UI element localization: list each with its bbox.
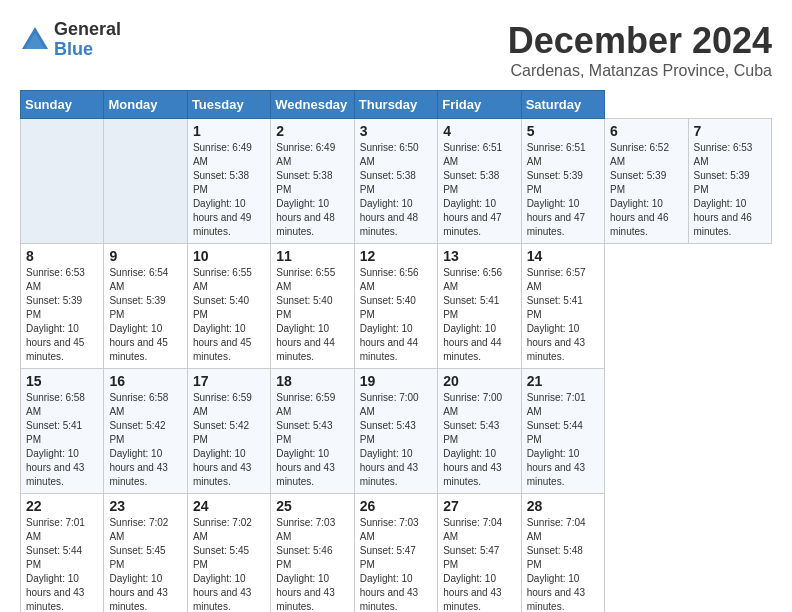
day-number: 10 (193, 248, 265, 264)
calendar-day: 13Sunrise: 6:56 AMSunset: 5:41 PMDayligh… (438, 244, 521, 369)
header-day-saturday: Saturday (521, 91, 604, 119)
day-number: 19 (360, 373, 432, 389)
day-number: 4 (443, 123, 515, 139)
logo-blue-text: Blue (54, 40, 121, 60)
day-number: 23 (109, 498, 181, 514)
day-info: Sunrise: 6:51 AMSunset: 5:38 PMDaylight:… (443, 142, 502, 237)
day-info: Sunrise: 7:00 AMSunset: 5:43 PMDaylight:… (360, 392, 419, 487)
day-info: Sunrise: 6:58 AMSunset: 5:42 PMDaylight:… (109, 392, 168, 487)
calendar-day: 17Sunrise: 6:59 AMSunset: 5:42 PMDayligh… (187, 369, 270, 494)
day-number: 14 (527, 248, 599, 264)
location-title: Cardenas, Matanzas Province, Cuba (508, 62, 772, 80)
day-number: 1 (193, 123, 265, 139)
day-info: Sunrise: 7:03 AMSunset: 5:47 PMDaylight:… (360, 517, 419, 612)
day-number: 12 (360, 248, 432, 264)
calendar-day: 2Sunrise: 6:49 AMSunset: 5:38 PMDaylight… (271, 119, 354, 244)
calendar-day: 20Sunrise: 7:00 AMSunset: 5:43 PMDayligh… (438, 369, 521, 494)
header-day-tuesday: Tuesday (187, 91, 270, 119)
day-info: Sunrise: 6:55 AMSunset: 5:40 PMDaylight:… (276, 267, 335, 362)
header-day-sunday: Sunday (21, 91, 104, 119)
day-info: Sunrise: 6:55 AMSunset: 5:40 PMDaylight:… (193, 267, 252, 362)
calendar-day: 6Sunrise: 6:52 AMSunset: 5:39 PMDaylight… (605, 119, 688, 244)
calendar-day: 19Sunrise: 7:00 AMSunset: 5:43 PMDayligh… (354, 369, 437, 494)
day-info: Sunrise: 6:59 AMSunset: 5:43 PMDaylight:… (276, 392, 335, 487)
calendar-day: 28Sunrise: 7:04 AMSunset: 5:48 PMDayligh… (521, 494, 604, 613)
calendar-day: 25Sunrise: 7:03 AMSunset: 5:46 PMDayligh… (271, 494, 354, 613)
calendar-week-2: 8Sunrise: 6:53 AMSunset: 5:39 PMDaylight… (21, 244, 772, 369)
day-number: 11 (276, 248, 348, 264)
day-info: Sunrise: 7:02 AMSunset: 5:45 PMDaylight:… (193, 517, 252, 612)
logo-icon (20, 25, 50, 55)
day-info: Sunrise: 7:04 AMSunset: 5:47 PMDaylight:… (443, 517, 502, 612)
day-number: 9 (109, 248, 181, 264)
calendar-day: 22Sunrise: 7:01 AMSunset: 5:44 PMDayligh… (21, 494, 104, 613)
header-row: SundayMondayTuesdayWednesdayThursdayFrid… (21, 91, 772, 119)
day-number: 25 (276, 498, 348, 514)
day-info: Sunrise: 6:58 AMSunset: 5:41 PMDaylight:… (26, 392, 85, 487)
month-title: December 2024 (508, 20, 772, 62)
day-info: Sunrise: 6:49 AMSunset: 5:38 PMDaylight:… (276, 142, 335, 237)
day-number: 17 (193, 373, 265, 389)
calendar-week-3: 15Sunrise: 6:58 AMSunset: 5:41 PMDayligh… (21, 369, 772, 494)
day-info: Sunrise: 7:01 AMSunset: 5:44 PMDaylight:… (26, 517, 85, 612)
calendar-day: 21Sunrise: 7:01 AMSunset: 5:44 PMDayligh… (521, 369, 604, 494)
day-info: Sunrise: 6:50 AMSunset: 5:38 PMDaylight:… (360, 142, 419, 237)
day-number: 24 (193, 498, 265, 514)
day-number: 20 (443, 373, 515, 389)
header-day-friday: Friday (438, 91, 521, 119)
day-info: Sunrise: 6:52 AMSunset: 5:39 PMDaylight:… (610, 142, 669, 237)
day-info: Sunrise: 6:53 AMSunset: 5:39 PMDaylight:… (694, 142, 753, 237)
calendar-day: 15Sunrise: 6:58 AMSunset: 5:41 PMDayligh… (21, 369, 104, 494)
calendar-day: 9Sunrise: 6:54 AMSunset: 5:39 PMDaylight… (104, 244, 187, 369)
day-number: 2 (276, 123, 348, 139)
day-number: 16 (109, 373, 181, 389)
calendar-day: 27Sunrise: 7:04 AMSunset: 5:47 PMDayligh… (438, 494, 521, 613)
calendar-day: 24Sunrise: 7:02 AMSunset: 5:45 PMDayligh… (187, 494, 270, 613)
calendar-day: 18Sunrise: 6:59 AMSunset: 5:43 PMDayligh… (271, 369, 354, 494)
calendar-table: SundayMondayTuesdayWednesdayThursdayFrid… (20, 90, 772, 612)
calendar-day: 12Sunrise: 6:56 AMSunset: 5:40 PMDayligh… (354, 244, 437, 369)
calendar-body: 1Sunrise: 6:49 AMSunset: 5:38 PMDaylight… (21, 119, 772, 613)
logo: General Blue (20, 20, 121, 60)
day-number: 8 (26, 248, 98, 264)
day-info: Sunrise: 7:03 AMSunset: 5:46 PMDaylight:… (276, 517, 335, 612)
day-number: 13 (443, 248, 515, 264)
day-number: 21 (527, 373, 599, 389)
calendar-week-1: 1Sunrise: 6:49 AMSunset: 5:38 PMDaylight… (21, 119, 772, 244)
day-info: Sunrise: 7:00 AMSunset: 5:43 PMDaylight:… (443, 392, 502, 487)
day-number: 26 (360, 498, 432, 514)
page-header: General Blue December 2024 Cardenas, Mat… (20, 20, 772, 80)
day-number: 27 (443, 498, 515, 514)
calendar-day: 7Sunrise: 6:53 AMSunset: 5:39 PMDaylight… (688, 119, 772, 244)
calendar-day: 14Sunrise: 6:57 AMSunset: 5:41 PMDayligh… (521, 244, 604, 369)
calendar-day: 4Sunrise: 6:51 AMSunset: 5:38 PMDaylight… (438, 119, 521, 244)
day-info: Sunrise: 6:49 AMSunset: 5:38 PMDaylight:… (193, 142, 252, 237)
day-number: 28 (527, 498, 599, 514)
day-info: Sunrise: 7:04 AMSunset: 5:48 PMDaylight:… (527, 517, 586, 612)
header-day-wednesday: Wednesday (271, 91, 354, 119)
calendar-header: SundayMondayTuesdayWednesdayThursdayFrid… (21, 91, 772, 119)
day-number: 15 (26, 373, 98, 389)
day-number: 7 (694, 123, 767, 139)
day-info: Sunrise: 7:01 AMSunset: 5:44 PMDaylight:… (527, 392, 586, 487)
day-number: 5 (527, 123, 599, 139)
day-number: 22 (26, 498, 98, 514)
day-info: Sunrise: 6:56 AMSunset: 5:40 PMDaylight:… (360, 267, 419, 362)
day-number: 3 (360, 123, 432, 139)
calendar-day: 1Sunrise: 6:49 AMSunset: 5:38 PMDaylight… (187, 119, 270, 244)
calendar-day: 16Sunrise: 6:58 AMSunset: 5:42 PMDayligh… (104, 369, 187, 494)
day-info: Sunrise: 6:53 AMSunset: 5:39 PMDaylight:… (26, 267, 85, 362)
day-number: 18 (276, 373, 348, 389)
day-number: 6 (610, 123, 682, 139)
calendar-day: 23Sunrise: 7:02 AMSunset: 5:45 PMDayligh… (104, 494, 187, 613)
calendar-day: 11Sunrise: 6:55 AMSunset: 5:40 PMDayligh… (271, 244, 354, 369)
day-info: Sunrise: 6:57 AMSunset: 5:41 PMDaylight:… (527, 267, 586, 362)
calendar-day: 8Sunrise: 6:53 AMSunset: 5:39 PMDaylight… (21, 244, 104, 369)
empty-cell (21, 119, 104, 244)
empty-cell (104, 119, 187, 244)
logo-general-text: General (54, 20, 121, 40)
day-info: Sunrise: 6:59 AMSunset: 5:42 PMDaylight:… (193, 392, 252, 487)
day-info: Sunrise: 6:56 AMSunset: 5:41 PMDaylight:… (443, 267, 502, 362)
day-info: Sunrise: 6:54 AMSunset: 5:39 PMDaylight:… (109, 267, 168, 362)
header-day-monday: Monday (104, 91, 187, 119)
